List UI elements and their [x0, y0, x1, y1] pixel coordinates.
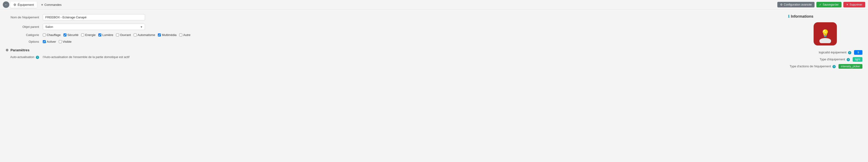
name-input[interactable]	[43, 14, 145, 21]
back-icon: ←	[4, 3, 8, 6]
equipment-tab-icon: ⚙	[13, 3, 16, 6]
category-label: Catégorie	[6, 33, 43, 37]
parent-row: Objet parent Salon ▼	[6, 24, 779, 30]
lumiere-label: Lumière	[102, 33, 113, 37]
category-ouvrant[interactable]: Ouvrant	[116, 33, 131, 37]
options-checkboxes: Activer Visible	[43, 40, 71, 43]
securite-label: Sécurité	[67, 33, 79, 37]
name-row: Nom de l'équipement	[6, 14, 779, 21]
parent-select-wrapper: Salon ▼	[43, 24, 145, 30]
type-actions-badge: intensity_picker	[838, 64, 862, 69]
logical-id-help-icon[interactable]: ?	[848, 51, 851, 54]
parent-select[interactable]: Salon	[43, 24, 145, 30]
logical-id-label: logicalId équipement ?	[819, 51, 851, 54]
delete-label: Supprimer	[849, 3, 862, 6]
visible-label: Visible	[63, 40, 71, 43]
left-panel: Nom de l'équipement Objet parent Salon ▼…	[6, 14, 779, 71]
type-actions-label: Type d'actions de l'équipement ?	[790, 65, 836, 68]
informations-label: Informations	[791, 14, 813, 18]
auto-update-help-icon[interactable]: ?	[36, 56, 39, 59]
config-icon: ⚙	[780, 3, 783, 6]
device-image: 💡	[814, 22, 837, 45]
type-actions-help-icon[interactable]: ?	[832, 65, 836, 68]
auto-update-row: Auto-actualisation ? l'Auto-actualisatio…	[6, 55, 779, 59]
autre-label: Autre	[183, 33, 190, 37]
category-securite[interactable]: Sécurité	[63, 33, 79, 37]
name-label: Nom de l'équipement	[6, 15, 43, 19]
energie-label: Energie	[85, 33, 96, 37]
options-row: Options Activer Visible	[6, 40, 779, 43]
device-image-container: 💡	[788, 22, 862, 45]
auto-update-label: Auto-actualisation ?	[6, 55, 43, 59]
chauffage-checkbox[interactable]	[43, 33, 46, 36]
parent-label: Objet parent	[6, 25, 43, 29]
delete-button[interactable]: ✕ Supprimer	[843, 2, 865, 7]
main-content: Nom de l'équipement Objet parent Salon ▼…	[0, 9, 868, 76]
chauffage-label: Chauffage	[47, 33, 61, 37]
type-equipment-help-icon[interactable]: ?	[847, 58, 850, 61]
ouvrant-label: Ouvrant	[120, 33, 131, 37]
category-autre[interactable]: Autre	[179, 33, 190, 37]
logical-id-badge: 9	[854, 50, 862, 55]
parametres-icon: ⚙	[6, 48, 9, 52]
category-lumiere[interactable]: Lumière	[98, 33, 113, 37]
top-bar-actions: ⚙ Configuration avancée ✓ Sauvegarder ✕ …	[777, 2, 865, 7]
right-panel: ℹ Informations 💡 logicalId équipement ? …	[788, 14, 862, 71]
visible-checkbox[interactable]	[59, 40, 62, 43]
type-actions-row: Type d'actions de l'équipement ? intensi…	[788, 64, 862, 69]
autre-checkbox[interactable]	[179, 33, 182, 36]
activer-label: Activer	[47, 40, 56, 43]
commands-tab-icon: ≡	[41, 3, 43, 6]
automatisme-label: Automatisme	[137, 33, 155, 37]
type-equipment-row: Type d'équipement ? light	[788, 57, 862, 62]
tab-equipment[interactable]: ⚙ Équipement	[10, 2, 37, 8]
save-label: Sauvegarder	[823, 3, 839, 6]
parametres-title: Paramètres	[10, 48, 30, 52]
tab-commands-label: Commandes	[44, 3, 62, 6]
category-automatisme[interactable]: Automatisme	[134, 33, 155, 37]
category-multimedia[interactable]: Multimédia	[158, 33, 177, 37]
logical-id-row: logicalId équipement ? 9	[788, 50, 862, 55]
back-button[interactable]: ←	[3, 1, 9, 8]
ouvrant-checkbox[interactable]	[116, 33, 119, 36]
activer-checkbox[interactable]	[43, 40, 46, 43]
tab-equipment-label: Équipement	[18, 3, 34, 6]
category-row: Catégorie Chauffage Sécurité Energie Lum…	[6, 33, 779, 37]
type-equipment-label: Type d'équipement ?	[820, 57, 850, 61]
auto-update-info: l'Auto-actualisation de l'ensemble de la…	[43, 55, 129, 59]
option-visible[interactable]: Visible	[59, 40, 71, 43]
config-label: Configuration avancée	[784, 3, 812, 6]
informations-title: ℹ Informations	[788, 14, 862, 18]
tab-commands[interactable]: ≡ Commandes	[38, 2, 65, 8]
config-avancee-button[interactable]: ⚙ Configuration avancée	[777, 2, 814, 7]
multimedia-checkbox[interactable]	[158, 33, 161, 36]
save-icon: ✓	[819, 3, 822, 6]
lumiere-checkbox[interactable]	[98, 33, 101, 36]
multimedia-label: Multimédia	[162, 33, 177, 37]
top-bar: ← ⚙ Équipement ≡ Commandes ⚙ Configurati…	[0, 0, 868, 9]
bulb-icon: 💡	[820, 29, 830, 38]
type-equipment-badge: light	[852, 57, 862, 62]
save-button[interactable]: ✓ Sauvegarder	[816, 2, 841, 7]
automatisme-checkbox[interactable]	[134, 33, 137, 36]
options-label: Options	[6, 40, 43, 43]
option-activer[interactable]: Activer	[43, 40, 56, 43]
securite-checkbox[interactable]	[63, 33, 66, 36]
delete-icon: ✕	[846, 3, 848, 6]
energie-checkbox[interactable]	[81, 33, 84, 36]
parametres-section-header: ⚙ Paramètres	[6, 48, 779, 52]
category-chauffage[interactable]: Chauffage	[43, 33, 61, 37]
info-icon: ℹ	[788, 14, 789, 18]
category-checkboxes: Chauffage Sécurité Energie Lumière Ouvra…	[43, 33, 190, 37]
device-base	[819, 38, 831, 43]
category-energie[interactable]: Energie	[81, 33, 96, 37]
